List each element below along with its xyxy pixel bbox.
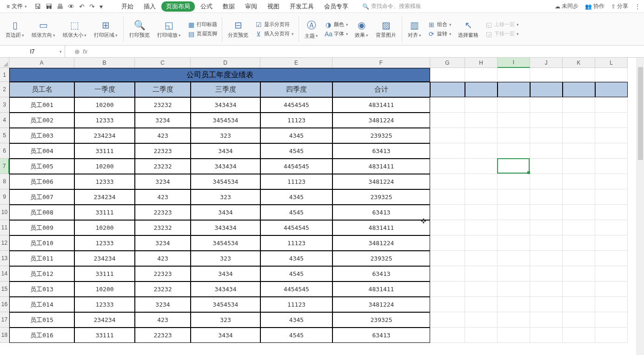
cell-G14[interactable] [430,266,465,281]
cell-D10[interactable]: 3434 [191,205,260,220]
cell-L6[interactable] [595,143,628,159]
cell-H11[interactable] [465,220,498,235]
background-button[interactable]: ▨背景图片 [372,15,400,43]
name-box-input[interactable] [14,48,51,55]
cell-D9[interactable]: 323 [191,189,260,205]
cell-C17[interactable]: 423 [135,312,191,328]
cell-E4[interactable]: 11123 [260,113,332,128]
cell-A16[interactable]: 员工014 [9,297,74,312]
cell-G17[interactable] [430,312,465,328]
cell-E17[interactable]: 4345 [260,312,332,328]
cell-C7[interactable]: 23232 [135,159,191,174]
share-button[interactable]: ⇪分享 [611,2,628,10]
row-header-15[interactable]: 15 [0,281,9,297]
cell-D3[interactable]: 343434 [191,97,260,113]
header-cell-H[interactable] [465,82,498,97]
insert-break-button[interactable]: ⊻插入分页符▾ [255,30,294,38]
row-header-6[interactable]: 6 [0,143,9,159]
print-preview-button[interactable]: 🔍打印预览 [126,15,153,43]
align-button[interactable]: ▥对齐▾ [404,15,425,43]
cell-L4[interactable] [595,113,628,128]
orientation-button[interactable]: ▭纸张方向▾ [28,15,59,43]
cell-A8[interactable]: 员工006 [9,174,74,189]
print-preview-icon[interactable]: 👁 [68,3,74,10]
header-cell-B[interactable]: 一季度 [74,82,135,97]
col-header-D[interactable]: D [191,58,260,68]
cell-E6[interactable]: 4545 [260,143,332,159]
cell-D16[interactable]: 3454534 [191,297,260,312]
header-cell-J[interactable] [530,82,563,97]
cell-C9[interactable]: 423 [135,189,191,205]
cell-I10[interactable] [498,205,530,220]
cell-D13[interactable]: 323 [191,251,260,266]
cell-F8[interactable]: 3481224 [332,174,430,189]
cell-D15[interactable]: 343434 [191,281,260,297]
cell-B16[interactable]: 12333 [74,297,135,312]
title-cell[interactable]: 公司员工年度业绩表 [9,68,430,82]
header-cell-G[interactable] [430,82,465,97]
cell-A11[interactable]: 员工009 [9,220,74,235]
cell-F15[interactable]: 4831411 [332,281,430,297]
select-all-corner[interactable] [0,58,9,68]
collab-button[interactable]: 👥协作 [585,2,604,10]
cell-C15[interactable]: 23232 [135,281,191,297]
cell-F11[interactable]: 4831411 [332,220,430,235]
cell-K9[interactable] [563,189,595,205]
show-breaks-checkbox[interactable]: ☑显示分页符 [255,21,294,28]
cell-J16[interactable] [530,297,563,312]
cell-G3[interactable] [430,97,465,113]
row-header-17[interactable]: 17 [0,312,9,328]
cell-L11[interactable] [595,220,628,235]
cell-F13[interactable]: 239325 [332,251,430,266]
namebox-dropdown-icon[interactable]: ▾ [60,49,62,54]
cell-C11[interactable]: 23232 [135,220,191,235]
col-header-K[interactable]: K [563,58,595,68]
cell-A17[interactable]: 员工015 [9,312,74,328]
qat-more-icon[interactable]: ▾ [100,3,103,10]
command-search[interactable]: 🔍 查找命令、搜索模板 [362,2,421,10]
col-header-I[interactable]: I [498,58,530,68]
group-button[interactable]: ⊞组合▾ [428,21,451,28]
cell-E18[interactable]: 4545 [260,328,332,343]
cell-C6[interactable]: 22323 [135,143,191,159]
cell-H6[interactable] [465,143,498,159]
cell-J7[interactable] [530,159,563,174]
cell-A6[interactable]: 员工004 [9,143,74,159]
row-header-9[interactable]: 9 [0,189,9,205]
cell-G10[interactable] [430,205,465,220]
cell-G12[interactable] [430,235,465,251]
cell-C16[interactable]: 3234 [135,297,191,312]
cell-E14[interactable]: 4545 [260,266,332,281]
cell-J17[interactable] [530,312,563,328]
cell-I15[interactable] [498,281,530,297]
formula-input-area[interactable]: ⊕ fx [65,48,106,55]
col-header-F[interactable]: F [332,58,430,68]
cell-J12[interactable] [530,235,563,251]
col-header-L[interactable]: L [595,58,628,68]
cell-C18[interactable]: 22323 [135,328,191,343]
cell-B17[interactable]: 234234 [74,312,135,328]
cell-J14[interactable] [530,266,563,281]
cell-F18[interactable]: 63413 [332,328,430,343]
cell-B11[interactable]: 10200 [74,220,135,235]
cell-I4[interactable] [498,113,530,128]
tab-2[interactable]: 页面布局 [161,1,195,12]
header-cell-I[interactable] [498,82,530,97]
cell-K4[interactable] [563,113,595,128]
col-header-H[interactable]: H [465,58,498,68]
print-titles-button[interactable]: ▦打印标题 [187,21,217,28]
cell-F9[interactable]: 239325 [332,189,430,205]
cell-F12[interactable]: 3481224 [332,235,430,251]
cell-F7[interactable]: 4831411 [332,159,430,174]
cell-H9[interactable] [465,189,498,205]
cell-L1[interactable] [595,68,628,82]
cell-A4[interactable]: 员工002 [9,113,74,128]
header-footer-button[interactable]: ▤页眉页脚 [187,30,217,38]
cell-K1[interactable] [563,68,595,82]
col-header-C[interactable]: C [135,58,191,68]
row-header-8[interactable]: 8 [0,174,9,189]
cell-E16[interactable]: 11123 [260,297,332,312]
cell-G5[interactable] [430,128,465,143]
cell-I1[interactable] [498,68,530,82]
page-margin-button[interactable]: ▯页边距▾ [2,15,28,43]
